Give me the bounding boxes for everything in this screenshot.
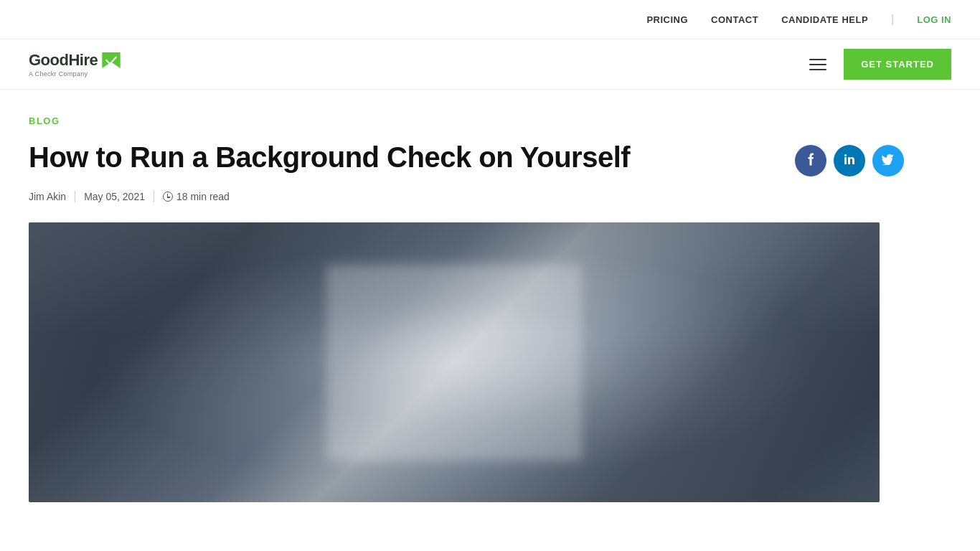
top-nav-links: PRICING CONTACT CANDIDATE HELP | LOG IN bbox=[646, 13, 951, 26]
login-link[interactable]: LOG IN bbox=[917, 14, 951, 25]
hamburger-line-2 bbox=[809, 64, 826, 65]
social-share-buttons bbox=[795, 145, 904, 176]
share-facebook-button[interactable] bbox=[795, 145, 826, 176]
svg-marker-0 bbox=[103, 52, 121, 68]
hamburger-line-3 bbox=[809, 69, 826, 70]
article-read-time: 18 min read bbox=[163, 191, 230, 202]
article-hero-image bbox=[29, 222, 880, 502]
logo-checkmark-icon bbox=[102, 52, 121, 68]
facebook-icon bbox=[807, 153, 814, 169]
share-twitter-button[interactable] bbox=[872, 145, 904, 176]
header-right: GET STARTED bbox=[806, 49, 951, 80]
contact-link[interactable]: CONTACT bbox=[711, 14, 758, 25]
article-meta: Jim Akin May 05, 2021 18 min read bbox=[29, 191, 904, 202]
meta-divider-2 bbox=[154, 191, 154, 202]
pricing-link[interactable]: PRICING bbox=[646, 14, 688, 25]
logo-top: GoodHire bbox=[29, 51, 121, 70]
get-started-button[interactable]: GET STARTED bbox=[844, 49, 951, 80]
article-author: Jim Akin bbox=[29, 191, 66, 202]
logo-subtitle: A Checkr Company bbox=[29, 70, 121, 77]
linkedin-icon bbox=[844, 154, 855, 169]
top-navigation: PRICING CONTACT CANDIDATE HELP | LOG IN bbox=[0, 0, 980, 39]
svg-point-2 bbox=[844, 154, 847, 156]
blog-breadcrumb: BLOG bbox=[29, 116, 904, 126]
svg-rect-1 bbox=[844, 157, 847, 164]
logo-good: Good bbox=[29, 51, 68, 69]
twitter-icon bbox=[882, 154, 895, 169]
logo-text: GoodHire bbox=[29, 51, 98, 70]
share-linkedin-button[interactable] bbox=[834, 145, 865, 176]
meta-divider-1 bbox=[75, 191, 75, 202]
main-content: BLOG How to Run a Background Check on Yo… bbox=[0, 90, 933, 502]
hamburger-line-1 bbox=[809, 59, 826, 60]
logo-hire: Hire bbox=[68, 51, 98, 69]
clock-icon bbox=[163, 192, 173, 202]
logo[interactable]: GoodHire A Checkr Company bbox=[29, 51, 121, 77]
article-header: How to Run a Background Check on Yoursel… bbox=[29, 141, 904, 176]
main-header: GoodHire A Checkr Company GET STARTED bbox=[0, 39, 980, 90]
article-date: May 05, 2021 bbox=[84, 191, 145, 202]
nav-divider: | bbox=[891, 13, 894, 26]
read-time-label: 18 min read bbox=[176, 191, 230, 202]
candidate-help-link[interactable]: CANDIDATE HELP bbox=[781, 14, 868, 25]
hamburger-menu-button[interactable] bbox=[806, 56, 829, 73]
article-title: How to Run a Background Check on Yoursel… bbox=[29, 141, 630, 174]
